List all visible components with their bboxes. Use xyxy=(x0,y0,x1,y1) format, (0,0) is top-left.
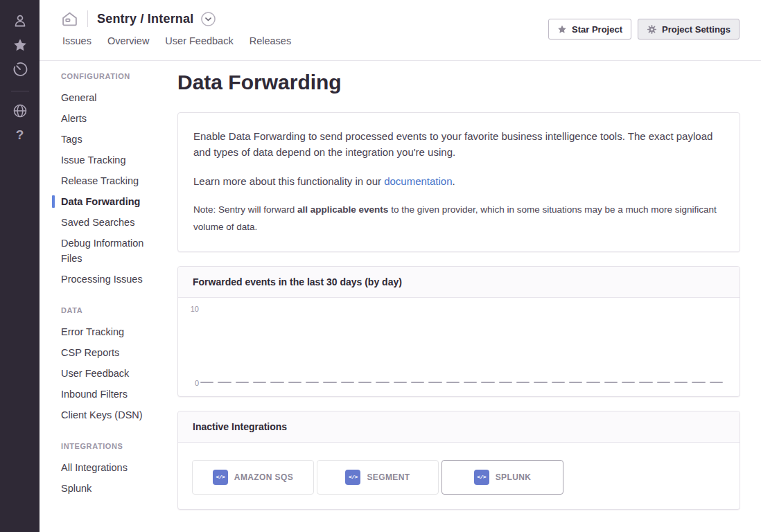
chart-bar-zero xyxy=(236,382,249,383)
sidebar-item-error-tracking[interactable]: Error Tracking xyxy=(61,321,164,342)
chart-bar-zero xyxy=(622,382,635,383)
chart-bar-zero xyxy=(218,382,231,383)
description-panel: Enable Data Forwarding to send processed… xyxy=(177,112,740,252)
star-project-button[interactable]: Star Project xyxy=(548,19,631,39)
chart-bar-zero xyxy=(341,382,354,383)
inactive-integrations-title: Inactive Integrations xyxy=(178,411,740,443)
rail-divider xyxy=(11,91,29,91)
chart-bar-zero xyxy=(323,382,336,383)
chart-bar-zero xyxy=(428,382,441,383)
chart-bar-zero xyxy=(604,382,618,383)
history-icon[interactable] xyxy=(10,60,30,79)
main-content: Data Forwarding Enable Data Forwarding t… xyxy=(177,66,740,524)
chart-bar-zero xyxy=(200,382,213,383)
code-icon: </> xyxy=(345,470,360,485)
integration-label: SEGMENT xyxy=(367,472,410,482)
sidebar-item-data-forwarding[interactable]: Data Forwarding xyxy=(61,191,164,212)
nav-tab-user-feedback[interactable]: User Feedback xyxy=(165,35,233,46)
chart-bar-zero xyxy=(411,382,424,383)
chart-bar-zero xyxy=(394,382,407,383)
globe-icon[interactable] xyxy=(10,101,30,121)
sidebar-item-splunk[interactable]: Splunk xyxy=(61,478,164,499)
project-switcher-chevron-down-icon[interactable] xyxy=(200,11,216,27)
chart-bar-zero xyxy=(358,382,371,383)
nav-tab-overview[interactable]: Overview xyxy=(107,35,149,46)
integration-list: </>AMAZON SQS</>SEGMENT</>SPLUNK xyxy=(178,443,740,509)
project-header: Sentry / Internal IssuesOverviewUser Fee… xyxy=(40,0,761,61)
page-title: Data Forwarding xyxy=(177,71,740,94)
intro-paragraph: Enable Data Forwarding to send processed… xyxy=(193,128,724,161)
nav-section-data: DATAError TrackingCSP ReportsUser Feedba… xyxy=(61,306,164,425)
chart-bar-zero xyxy=(464,382,477,383)
nav-section-configuration: CONFIGURATIONGeneralAlertsTagsIssue Trac… xyxy=(61,72,164,290)
chart-bar-zero xyxy=(710,382,723,383)
chart-bar-zero xyxy=(446,382,460,383)
sidebar-item-client-keys-dsn[interactable]: Client Keys (DSN) xyxy=(61,405,164,425)
nav-section-label: CONFIGURATION xyxy=(61,72,164,80)
sidebar-item-user-feedback[interactable]: User Feedback xyxy=(61,363,164,384)
sidebar-item-csp-reports[interactable]: CSP Reports xyxy=(61,342,164,363)
chart-bar-zero xyxy=(270,382,283,383)
chart-area: 10 0 xyxy=(178,298,740,396)
help-icon[interactable]: ? xyxy=(10,125,30,145)
integration-label: AMAZON SQS xyxy=(234,472,293,482)
sidebar-item-alerts[interactable]: Alerts xyxy=(61,108,164,129)
sidebar-item-inbound-filters[interactable]: Inbound Filters xyxy=(61,384,164,405)
chart-bar-zero xyxy=(253,382,266,383)
chart-bar-zero xyxy=(306,382,319,383)
nav-section-label: DATA xyxy=(61,306,164,314)
sidebar-item-release-tracking[interactable]: Release Tracking xyxy=(61,170,164,191)
sidebar-item-processing-issues[interactable]: Processing Issues xyxy=(61,269,164,290)
chart-bar-zero xyxy=(569,382,582,383)
chart-bar-zero xyxy=(534,382,547,383)
note-paragraph: Note: Sentry will forward all applicable… xyxy=(193,202,724,236)
chart-bar-zero xyxy=(481,382,494,383)
sidebar-item-general[interactable]: General xyxy=(61,87,164,108)
chart-bar-zero xyxy=(552,382,565,383)
integration-splunk[interactable]: </>SPLUNK xyxy=(441,460,563,495)
chart-bar-zero xyxy=(499,382,512,383)
gear-icon xyxy=(647,24,657,35)
code-icon: </> xyxy=(474,470,489,485)
nav-section-integrations: INTEGRATIONSAll IntegrationsSplunk xyxy=(61,442,164,499)
user-icon[interactable] xyxy=(10,11,30,30)
app-icon-rail: ? xyxy=(0,0,40,532)
chart-bar-zero xyxy=(376,382,389,383)
documentation-link[interactable]: documentation xyxy=(384,175,452,187)
home-icon[interactable] xyxy=(61,11,78,27)
integration-label: SPLUNK xyxy=(496,472,532,482)
sidebar-item-issue-tracking[interactable]: Issue Tracking xyxy=(61,150,164,170)
nav-tab-issues[interactable]: Issues xyxy=(62,35,91,46)
sidebar-item-debug-information-files[interactable]: Debug Information Files xyxy=(61,233,164,269)
settings-nav: CONFIGURATIONGeneralAlertsTagsIssue Trac… xyxy=(61,72,164,515)
sidebar-item-saved-searches[interactable]: Saved Searches xyxy=(61,212,164,233)
chart-title: Forwarded events in the last 30 days (by… xyxy=(178,267,740,298)
inactive-integrations-panel: Inactive Integrations </>AMAZON SQS</>SE… xyxy=(177,411,740,510)
sidebar-item-tags[interactable]: Tags xyxy=(61,129,164,150)
chart-bar-zero xyxy=(692,382,705,383)
forwarded-events-chart-panel: Forwarded events in the last 30 days (by… xyxy=(177,266,740,397)
integration-amazon-sqs[interactable]: </>AMAZON SQS xyxy=(192,460,314,495)
breadcrumb-divider xyxy=(87,10,88,27)
project-settings-button[interactable]: Project Settings xyxy=(638,19,740,39)
y-axis-tick-min: 0 xyxy=(186,379,199,387)
breadcrumb[interactable]: Sentry / Internal xyxy=(97,12,193,26)
nav-section-label: INTEGRATIONS xyxy=(61,442,164,450)
star-icon[interactable] xyxy=(10,35,30,55)
chart-bar-zero xyxy=(516,382,530,383)
sidebar-item-all-integrations[interactable]: All Integrations xyxy=(61,457,164,478)
docs-paragraph: Learn more about this functionality in o… xyxy=(193,173,724,189)
chart-bar-zero xyxy=(639,382,652,383)
chart-bar-zero xyxy=(586,382,600,383)
chart-zero-line xyxy=(200,382,723,383)
code-icon: </> xyxy=(213,470,228,485)
nav-tab-releases[interactable]: Releases xyxy=(250,35,291,46)
star-icon xyxy=(557,24,567,34)
y-axis-tick-max: 10 xyxy=(186,305,199,313)
chart-bar-zero xyxy=(657,382,670,383)
integration-segment[interactable]: </>SEGMENT xyxy=(317,460,439,495)
chart-bar-zero xyxy=(288,382,301,383)
chart-bar-zero xyxy=(674,382,688,383)
